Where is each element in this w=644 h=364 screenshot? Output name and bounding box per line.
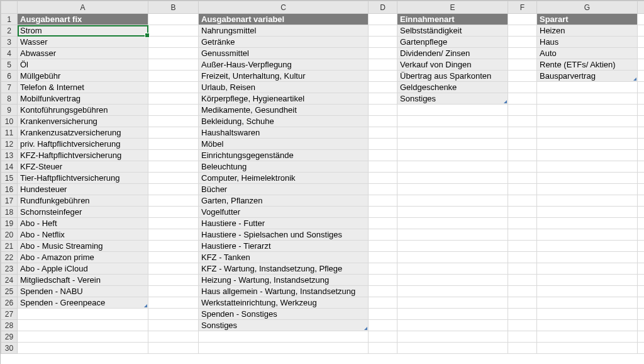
cell-E27[interactable] — [397, 309, 508, 320]
cell-E14[interactable] — [397, 161, 508, 173]
cell-edge-2[interactable] — [638, 25, 645, 37]
row-header-19[interactable]: 19 — [1, 218, 18, 229]
cell-G26[interactable] — [537, 297, 638, 309]
cell-F27[interactable] — [508, 309, 537, 320]
cell-C4[interactable]: Genussmittel — [199, 48, 369, 59]
cell-B8[interactable] — [148, 93, 199, 105]
row-header-13[interactable]: 13 — [1, 150, 18, 161]
cell-G1[interactable]: Sparart — [537, 14, 638, 25]
cell-C12[interactable]: Möbel — [199, 139, 369, 150]
cell-F5[interactable] — [508, 59, 537, 71]
cell-F24[interactable] — [508, 275, 537, 286]
cell-E2[interactable]: Selbstständigkeit — [397, 25, 508, 37]
row-header-6[interactable]: 6 — [1, 71, 18, 82]
cell-B25[interactable] — [148, 286, 199, 297]
cell-edge-12[interactable] — [638, 139, 645, 150]
cell-A30[interactable] — [18, 343, 148, 354]
row-header-4[interactable]: 4 — [1, 48, 18, 59]
cell-F18[interactable] — [508, 207, 537, 218]
cell-B29[interactable] — [148, 331, 199, 343]
cell-C10[interactable]: Bekleidung, Schuhe — [199, 116, 369, 127]
cell-B14[interactable] — [148, 161, 199, 173]
cell-B24[interactable] — [148, 275, 199, 286]
cell-E26[interactable] — [397, 297, 508, 309]
cell-B2[interactable] — [148, 25, 199, 37]
row-header-14[interactable]: 14 — [1, 161, 18, 173]
cell-F1[interactable] — [508, 14, 537, 25]
cell-A29[interactable] — [18, 331, 148, 343]
cell-G7[interactable] — [537, 82, 638, 93]
cell-E22[interactable] — [397, 252, 508, 263]
cell-G6[interactable]: Bausparvertrag — [537, 71, 638, 82]
cell-F6[interactable] — [508, 71, 537, 82]
cell-edge-5[interactable] — [638, 59, 645, 71]
cell-A16[interactable]: Hundesteuer — [18, 184, 148, 195]
cell-edge-3[interactable] — [638, 37, 645, 48]
cell-F17[interactable] — [508, 195, 537, 207]
cell-E19[interactable] — [397, 218, 508, 229]
cell-C20[interactable]: Haustiere - Spielsachen und Sonstiges — [199, 229, 369, 241]
cell-C24[interactable]: Heizung - Wartung, Instandsetzung — [199, 275, 369, 286]
cell-E28[interactable] — [397, 320, 508, 331]
cell-D25[interactable] — [369, 286, 397, 297]
cell-B23[interactable] — [148, 263, 199, 275]
cell-E8[interactable]: Sonstiges — [397, 93, 508, 105]
cell-C23[interactable]: KFZ - Wartung, Instandsetzung, Pflege — [199, 263, 369, 275]
cell-G22[interactable] — [537, 252, 638, 263]
cell-F29[interactable] — [508, 331, 537, 343]
cell-edge-8[interactable] — [638, 93, 645, 105]
cell-C26[interactable]: Werkstatteinrichtung, Werkzeug — [199, 297, 369, 309]
row-header-1[interactable]: 1 — [1, 14, 18, 25]
cell-F28[interactable] — [508, 320, 537, 331]
cell-A1[interactable]: Ausgabenart fix — [18, 14, 148, 25]
cell-edge-21[interactable] — [638, 241, 645, 252]
cell-E18[interactable] — [397, 207, 508, 218]
cell-edge-7[interactable] — [638, 82, 645, 93]
cell-C9[interactable]: Medikamente, Gesundheit — [199, 105, 369, 116]
cell-edge-19[interactable] — [638, 218, 645, 229]
cell-C28[interactable]: Sonstiges — [199, 320, 369, 331]
cell-A17[interactable]: Rundfunkgebühren — [18, 195, 148, 207]
cell-C16[interactable]: Bücher — [199, 184, 369, 195]
select-all-corner[interactable] — [1, 1, 18, 14]
cell-D24[interactable] — [369, 275, 397, 286]
row-header-30[interactable]: 30 — [1, 343, 18, 354]
cell-F26[interactable] — [508, 297, 537, 309]
cell-A4[interactable]: Abwasser — [18, 48, 148, 59]
cell-D15[interactable] — [369, 173, 397, 184]
cell-E10[interactable] — [397, 116, 508, 127]
cell-B30[interactable] — [148, 343, 199, 354]
cell-E25[interactable] — [397, 286, 508, 297]
row-header-7[interactable]: 7 — [1, 82, 18, 93]
cell-G10[interactable] — [537, 116, 638, 127]
cell-C18[interactable]: Vogelfutter — [199, 207, 369, 218]
cell-B3[interactable] — [148, 37, 199, 48]
cell-C15[interactable]: Computer, Heimelektronik — [199, 173, 369, 184]
cell-D26[interactable] — [369, 297, 397, 309]
col-header-E[interactable]: E — [397, 1, 508, 14]
cell-F10[interactable] — [508, 116, 537, 127]
cell-B22[interactable] — [148, 252, 199, 263]
cell-D10[interactable] — [369, 116, 397, 127]
cell-D29[interactable] — [369, 331, 397, 343]
cell-A13[interactable]: KFZ-Haftpflichtversicherung — [18, 150, 148, 161]
row-header-16[interactable]: 16 — [1, 184, 18, 195]
cell-D13[interactable] — [369, 150, 397, 161]
cell-edge-10[interactable] — [638, 116, 645, 127]
cell-A26[interactable]: Spenden - Greenpeace — [18, 297, 148, 309]
cell-E4[interactable]: Dividenden/ Zinsen — [397, 48, 508, 59]
cell-C29[interactable] — [199, 331, 369, 343]
cell-G29[interactable] — [537, 331, 638, 343]
cell-E30[interactable] — [397, 343, 508, 354]
cell-D14[interactable] — [369, 161, 397, 173]
cell-E17[interactable] — [397, 195, 508, 207]
cell-A24[interactable]: Mitgliedschaft - Verein — [18, 275, 148, 286]
cell-G9[interactable] — [537, 105, 638, 116]
cell-B19[interactable] — [148, 218, 199, 229]
col-header-C[interactable]: C — [199, 1, 369, 14]
col-header-F[interactable]: F — [508, 1, 537, 14]
cell-C21[interactable]: Haustiere - Tierarzt — [199, 241, 369, 252]
cell-C11[interactable]: Haushaltswaren — [199, 127, 369, 139]
cell-B16[interactable] — [148, 184, 199, 195]
row-header-8[interactable]: 8 — [1, 93, 18, 105]
